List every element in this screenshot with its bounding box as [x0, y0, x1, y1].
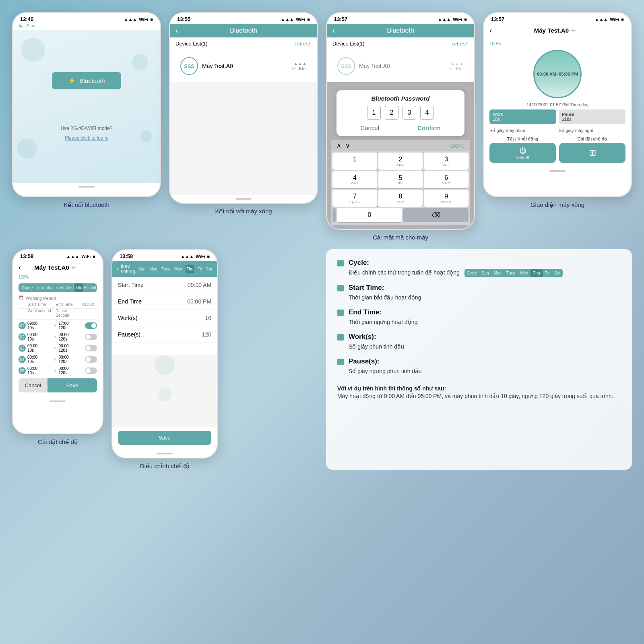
prev-arrow[interactable]: ∧ — [336, 142, 341, 149]
day-sat6[interactable]: Sat — [205, 265, 213, 273]
device-item2[interactable]: SSS Máy Test.A0 ▲▲▲ -67 dBm — [175, 53, 312, 79]
digit-2[interactable]: 2 — [385, 106, 398, 120]
edit-icon4[interactable]: ✏ — [571, 27, 576, 34]
work-row6[interactable]: Work(s) 10 — [112, 310, 217, 326]
day-thu6[interactable]: Thu — [186, 265, 194, 273]
home-indicator — [13, 183, 160, 191]
day-sun5[interactable]: Sun — [36, 283, 45, 292]
save-btn5[interactable]: Save — [47, 378, 97, 392]
refresh-btn3[interactable]: refresh — [452, 41, 469, 47]
digit-1[interactable]: 1 — [367, 106, 381, 120]
key-9[interactable]: 9WXYZ — [424, 190, 469, 207]
screen6-phone: 13:58 ▲▲▲ WiFi ■ ‹ time setting Sun Mon … — [111, 249, 218, 458]
day-sun6[interactable]: Sun — [138, 265, 147, 273]
row2-end5: 00:00 120s — [58, 332, 83, 341]
battery-icon6: ■ — [207, 254, 210, 259]
row5-toggle5[interactable] — [85, 367, 97, 374]
day-wed6[interactable]: Wed — [173, 265, 183, 273]
key-delete[interactable]: ⌫ — [403, 208, 469, 222]
row1-start5: 09:00 10s — [27, 321, 52, 330]
key-1[interactable]: 1 — [332, 153, 377, 170]
bullet-starttime — [337, 285, 344, 291]
screen4-title-area: Máy Test.A0 ✏ — [534, 27, 576, 34]
back-arrow4[interactable]: ‹ — [489, 26, 492, 35]
cycle-btn5[interactable]: Cycle — [19, 283, 36, 292]
row2-start5: 00:00 10s — [27, 332, 52, 341]
row4-toggle5[interactable] — [85, 356, 97, 363]
edit-icon5[interactable]: ✏ — [72, 264, 76, 271]
numpad-row1: 1 2ABC 3DEF — [332, 153, 469, 170]
key-7[interactable]: 7PQRS — [332, 190, 377, 207]
day-sat5[interactable]: Sat — [89, 283, 97, 292]
cancel-btn5[interactable]: Cancel — [19, 378, 47, 392]
key-3[interactable]: 3DEF — [424, 153, 469, 170]
pauses-title: Pause(s): — [349, 357, 422, 365]
back-arrow5[interactable]: ‹ — [19, 263, 21, 272]
row1-edit5[interactable]: ✎ — [54, 324, 57, 328]
row1-toggle5[interactable] — [85, 322, 97, 329]
signal-bars2: ▲▲▲ — [290, 61, 307, 66]
inline-mon: Mon — [491, 269, 504, 277]
key-2[interactable]: 2ABC — [378, 153, 423, 170]
day-tues6[interactable]: Tues — [161, 265, 171, 273]
pause-row6[interactable]: Pause(s) 120 — [112, 326, 217, 343]
row2-edit5[interactable]: ✎ — [54, 335, 57, 339]
save-btn6[interactable]: Save — [118, 431, 211, 445]
day-fri6[interactable]: Fri — [196, 265, 203, 273]
work-box4: Work 10s — [489, 109, 556, 124]
dot-deco6b — [158, 387, 172, 401]
dialog-buttons: Cancel Confirm — [341, 124, 460, 131]
home-bar4 — [549, 170, 566, 172]
signal-strength3: ▲▲▲ -57 dBm — [447, 61, 464, 71]
grid-icon4: ⊞ — [589, 148, 596, 158]
screen2-status-bar: 13:55 ▲▲▲ WiFi ■ — [170, 13, 317, 24]
battery5: 100% — [13, 274, 103, 280]
onoff-btn4[interactable]: ⏻ On/Off — [489, 143, 556, 163]
cycle-title: Cycle: — [349, 259, 563, 267]
bullet-works — [337, 334, 344, 341]
done-btn[interactable]: Done — [451, 142, 464, 149]
row2-toggle5[interactable] — [85, 334, 97, 340]
login-link[interactable]: Please click to log in — [61, 135, 113, 141]
set-btn4[interactable]: ⊞ — [559, 143, 625, 163]
row3-toggle5[interactable] — [85, 345, 97, 351]
key-6[interactable]: 6MNO — [424, 171, 469, 188]
key-5[interactable]: 5JKL — [378, 171, 423, 188]
digit-3[interactable]: 3 — [402, 106, 416, 120]
confirm-btn[interactable]: Confirm — [417, 124, 441, 131]
key-8[interactable]: 8TUV — [378, 190, 423, 207]
end-time-row6[interactable]: End Time 05:00 PM — [112, 293, 217, 310]
screen2-header: ‹ Bluetooth — [170, 24, 317, 37]
desc-summary: Với ví dụ trên hình thì thông số như sau… — [337, 382, 621, 400]
back-arrow6[interactable]: ‹ — [116, 265, 118, 272]
start-time-row6[interactable]: Start Time 09:00 AM — [112, 277, 217, 293]
screen4-status-bar: 13:57 ▲▲▲ WiFi ■ — [484, 13, 631, 24]
day-tues5[interactable]: Tues — [54, 283, 65, 292]
screen3-status-bar: 13:57 ▲▲▲ WiFi ■ — [327, 13, 474, 24]
summary-content: Với ví dụ trên hình thì thông số như sau… — [337, 382, 613, 400]
back-arrow2[interactable]: ‹ — [175, 27, 178, 35]
bottom-left: 13:58 ▲▲▲ WiFi ■ ‹ Máy Test.A0 ✏ 100% — [12, 249, 165, 470]
digit-4[interactable]: 4 — [420, 106, 434, 120]
day-fri5[interactable]: Fri — [83, 283, 89, 292]
day-thu5[interactable]: Thu — [74, 283, 83, 292]
refresh-btn2[interactable]: refresh — [295, 41, 312, 47]
cancel-btn[interactable]: Cancel — [360, 124, 379, 131]
key-0[interactable]: 0 — [337, 208, 402, 222]
keyboard-nav: ∧ ∨ Done — [331, 140, 470, 151]
cycle-bar5: Cycle Sun Mon Tues Wed Thu Fri Sat — [19, 283, 97, 292]
col-start5: Start Time — [28, 302, 53, 307]
end-time-val6: 05:00 PM — [187, 298, 211, 305]
row3-edit5[interactable]: ✎ — [54, 346, 57, 351]
next-arrow[interactable]: ∨ — [345, 142, 350, 149]
day-mon6[interactable]: Mon — [149, 265, 158, 273]
home-bar5 — [50, 400, 66, 402]
day-wed5[interactable]: Wed — [65, 283, 74, 292]
day-mon5[interactable]: Mon — [45, 283, 54, 292]
key-4[interactable]: 4GHI — [332, 171, 377, 188]
row4-edit5[interactable]: ✎ — [54, 357, 57, 362]
signal-icon5: ▲▲▲ — [66, 254, 80, 259]
period-row4-5: 04 00:00 10s ✎ 00:00 120s — [19, 355, 97, 364]
back-arrow3[interactable]: ‹ — [332, 27, 335, 35]
row5-edit5[interactable]: ✎ — [54, 369, 57, 373]
